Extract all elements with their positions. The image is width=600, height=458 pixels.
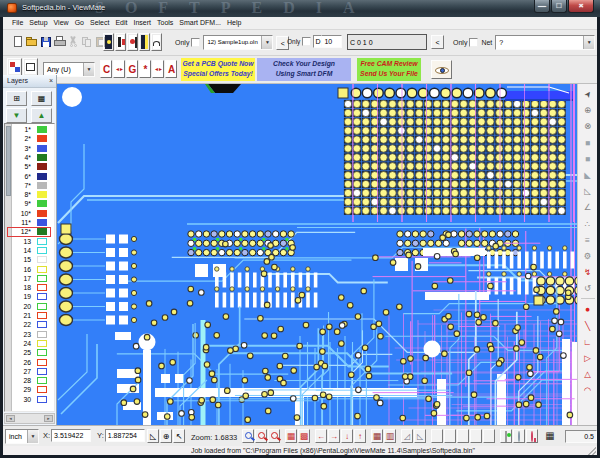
measure-2-button[interactable]: ◺ (414, 429, 426, 443)
line-tool-icon[interactable]: ╲ (580, 318, 596, 334)
layer-row-26[interactable]: 26 (13, 358, 53, 367)
promo-banner-1[interactable]: Get a PCB Quote NowSpecial Offers Today! (181, 58, 255, 81)
layer-row-16[interactable]: 16 (13, 265, 53, 274)
view-toggle-4-button[interactable] (139, 33, 150, 51)
layers-scrollbar[interactable] (5, 124, 12, 411)
net-combo[interactable]: ?▼ (495, 35, 595, 50)
layer-row-24[interactable]: 24 (13, 339, 53, 348)
letter-button-2[interactable]: ◄► (113, 60, 125, 78)
pin-button[interactable] (526, 429, 538, 443)
y-coordinate-field[interactable]: 1.887254 (105, 429, 145, 442)
layer-row-7[interactable]: 7* (13, 181, 53, 190)
dot-red-icon[interactable]: ● (580, 301, 596, 317)
layer-row-19[interactable]: 19 (13, 292, 53, 301)
layer-row-1[interactable]: 1* (13, 125, 53, 134)
break-icon[interactable]: ↯ (580, 264, 596, 280)
x-coordinate-field[interactable]: 3.519422 (51, 429, 91, 442)
menu-go[interactable]: Go (72, 17, 87, 29)
pan-view-button[interactable]: ▩ (298, 429, 310, 443)
menu-select[interactable]: Select (87, 17, 112, 29)
layer-up-button[interactable]: ▲ (31, 108, 52, 123)
layer-row-12[interactable]: 12* (13, 227, 53, 236)
menu-file[interactable]: File (9, 17, 26, 29)
eye-button[interactable] (431, 60, 452, 79)
layer-swap-5-button[interactable] (483, 429, 495, 443)
layer-swap-2-button[interactable] (444, 429, 456, 443)
title-bar[interactable]: SOFTPEDIA Softpedia.bin - ViewMate — □ × (0, 0, 600, 17)
status-light-button[interactable] (500, 429, 512, 443)
view-toggle-2-button[interactable] (115, 33, 126, 51)
layer-row-11[interactable]: 11* (13, 218, 53, 227)
menu-tools[interactable]: Tools (154, 17, 176, 29)
corner-tool-icon[interactable]: ∟ (580, 334, 596, 350)
arc-tool-icon[interactable]: ◠ (580, 382, 596, 398)
view-toggle-1-button[interactable] (103, 33, 114, 51)
highlight-button[interactable] (513, 429, 525, 443)
grid-toggle-button[interactable]: ▥ (384, 429, 396, 443)
pad-mode-button[interactable] (7, 58, 22, 76)
layers-hscrollbar[interactable]: ◄► (4, 413, 55, 424)
pan-down-button[interactable]: ↓ (341, 429, 353, 443)
menu-setup[interactable]: Setup (26, 17, 50, 29)
cut-icon[interactable] (67, 36, 79, 48)
open-folder-icon[interactable] (26, 36, 38, 48)
triangle-right-icon[interactable]: ▷ (580, 350, 596, 366)
layers-panel-close-icon[interactable]: × (49, 77, 53, 85)
rect-filled-2-icon[interactable]: ■ (580, 151, 596, 167)
gear-icon[interactable]: ⚙ (580, 248, 596, 264)
maximize-button[interactable]: □ (551, 0, 567, 13)
window-mode-button[interactable] (23, 58, 38, 76)
only-dcode-checkbox[interactable] (302, 37, 311, 46)
layer-grid-button[interactable]: ▦ (31, 91, 52, 106)
layer-row-9[interactable]: 9* (13, 199, 53, 208)
promo-banner-2[interactable]: Check Your DesignUsing Smart DFM (257, 58, 351, 81)
view-toggle-3-button[interactable] (127, 33, 138, 51)
aperture-table-icon[interactable]: ▦ (543, 429, 557, 443)
menu-smartdfm[interactable]: Smart DFM... (176, 17, 224, 29)
zoom-window-button[interactable] (255, 429, 267, 443)
triangle-outline-icon[interactable]: ◺ (580, 183, 596, 199)
copy-icon[interactable] (81, 36, 93, 48)
pointer-button[interactable]: ↖ (173, 429, 185, 443)
letter-button-6[interactable]: A (165, 60, 177, 78)
letter-button-1[interactable]: C (100, 60, 112, 78)
grid-snap-button[interactable]: ▦ (371, 429, 383, 443)
only-layer-checkbox[interactable] (191, 38, 200, 47)
menu-edit[interactable]: Edit (112, 17, 130, 29)
menu-view[interactable]: View (51, 17, 72, 29)
zoom-previous-button[interactable] (268, 429, 280, 443)
dots-icon[interactable]: ∴ (580, 216, 596, 232)
layer-row-8[interactable]: 8* (13, 190, 53, 199)
close-button[interactable]: × (568, 0, 594, 13)
layer-row-4[interactable]: 4* (13, 153, 53, 162)
layer-row-5[interactable]: 5* (13, 162, 53, 171)
redraw-button[interactable]: ▦ (285, 429, 297, 443)
resize-grip[interactable] (588, 447, 596, 455)
layer-row-30[interactable]: 30 (13, 395, 53, 404)
letter-button-4[interactable]: * (139, 60, 151, 78)
pad-insert-icon[interactable]: ⊕ (580, 102, 596, 118)
measure-button[interactable]: ◿ (401, 429, 413, 443)
layer-row-29[interactable]: 29 (13, 385, 53, 394)
layer-swap-4-button[interactable] (470, 429, 482, 443)
layer-row-21[interactable]: 21 (13, 311, 53, 320)
layer-row-3[interactable]: 3* (13, 144, 53, 153)
promo-banner-3[interactable]: Free CAM ReviewSend Us Your File (357, 58, 421, 81)
pan-right-button[interactable]: → (328, 429, 340, 443)
unit-combo[interactable]: inch▼ (5, 429, 39, 444)
pcb-canvas[interactable] (57, 84, 577, 425)
pan-up-button[interactable]: ↑ (354, 429, 366, 443)
layer-swap-1-button[interactable] (431, 429, 443, 443)
letter-button-3[interactable]: G (126, 60, 138, 78)
layer-combo[interactable]: 12) Sample1up.oln▼ (203, 35, 273, 50)
layer-row-22[interactable]: 22 (13, 320, 53, 329)
layer-row-10[interactable]: 10* (13, 209, 53, 218)
layer-row-17[interactable]: 17 (13, 274, 53, 283)
letter-button-5[interactable]: ◄► (152, 60, 164, 78)
angle-icon[interactable]: ∠ (580, 199, 596, 215)
d-value-field[interactable]: 10 (322, 35, 342, 48)
undo-icon[interactable]: ↺ (580, 280, 596, 296)
layer-row-20[interactable]: 20 (13, 302, 53, 311)
origin-button[interactable]: ⊕ (160, 429, 172, 443)
rect-filled-icon[interactable]: ■ (580, 135, 596, 151)
